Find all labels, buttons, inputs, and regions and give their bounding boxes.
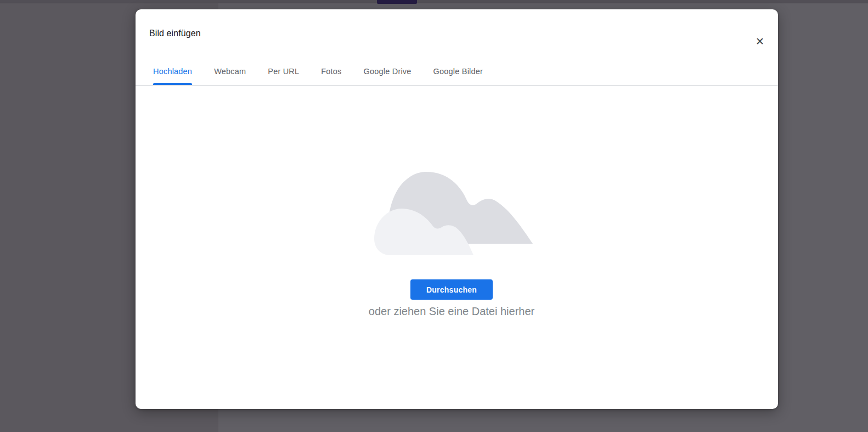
tab-label: Google Bilder [433,67,483,76]
tab-label: Google Drive [364,67,412,76]
tab-per-url[interactable]: Per URL [268,58,299,85]
form-theme-accent-bar [377,0,417,4]
close-button[interactable]: ✕ [752,34,768,49]
tab-webcam[interactable]: Webcam [214,58,246,85]
page-top-band [0,0,868,3]
dialog-title: Bild einfügen [149,29,201,38]
screen: Bild einfügen ✕ Hochladen Webcam Per URL… [0,0,868,432]
tab-label: Fotos [321,67,341,76]
drag-hint-text: oder ziehen Sie eine Datei hierher [369,305,534,318]
tab-fotos[interactable]: Fotos [321,58,341,85]
tab-hochladen[interactable]: Hochladen [153,58,192,85]
browse-button[interactable]: Durchsuchen [410,279,493,300]
tab-label: Hochladen [153,67,192,76]
tab-label: Webcam [214,67,246,76]
tab-bar: Hochladen Webcam Per URL Fotos Google Dr… [153,58,778,85]
close-icon: ✕ [756,36,764,47]
tab-label: Per URL [268,67,299,76]
tab-google-drive[interactable]: Google Drive [364,58,412,85]
insert-image-dialog: Bild einfügen ✕ Hochladen Webcam Per URL… [136,9,778,409]
cloud-upload-illustration [373,172,533,255]
upload-dropzone[interactable]: Durchsuchen oder ziehen Sie eine Datei h… [136,86,778,409]
tab-google-bilder[interactable]: Google Bilder [433,58,483,85]
